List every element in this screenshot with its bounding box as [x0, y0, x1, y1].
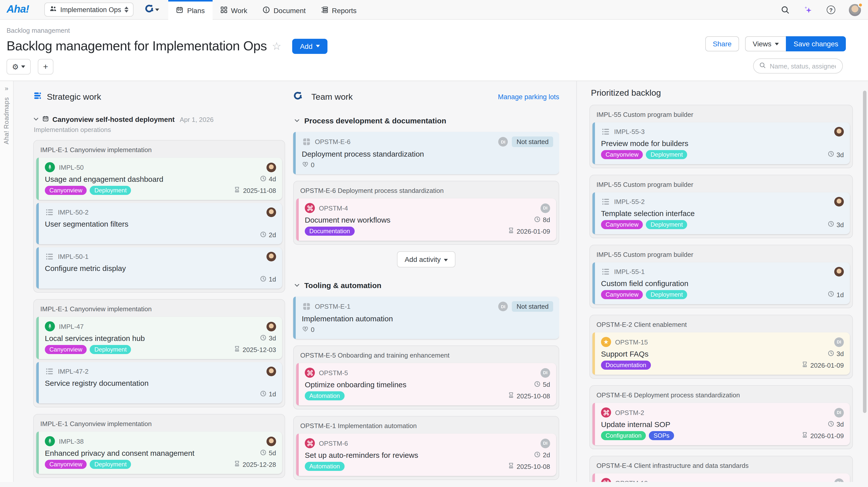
- duration-meta: 4d: [260, 175, 276, 183]
- sidebar-product-label: Aha! Roadmaps: [3, 97, 10, 144]
- clock-icon: [828, 420, 834, 428]
- scrollbar-thumb[interactable]: [863, 91, 867, 413]
- add-button[interactable]: Add: [292, 38, 328, 54]
- help-icon[interactable]: ?: [827, 5, 835, 14]
- feature-rocket-icon: [45, 162, 55, 172]
- tag-deployment: Deployment: [90, 186, 131, 195]
- card-title: Usage and engagement dashboard: [45, 175, 163, 183]
- section-heading[interactable]: Process development & documentation: [294, 116, 558, 125]
- card-tags: CanyonviewDeployment: [601, 290, 687, 299]
- views-button[interactable]: Views: [745, 36, 786, 52]
- group-header[interactable]: IMPL-E-1 Canyonview implementation: [36, 417, 282, 432]
- card-IMPL-50-2[interactable]: IMPL-50-2User segmentation filters2d: [36, 203, 282, 244]
- card-IMPL-47-2[interactable]: IMPL-47-2Service registry documentation1…: [36, 362, 282, 403]
- card-title-row: User segmentation filters: [45, 220, 276, 228]
- card-title-row: Preview mode for builders: [601, 139, 844, 148]
- group-header[interactable]: OPSTM-E-6 Deployment process standardiza…: [296, 184, 556, 198]
- clock-icon: [260, 449, 266, 457]
- add-panel-button[interactable]: +: [38, 59, 53, 74]
- card-OPSTM-4[interactable]: OPSTM-4DIDocument new workflows8dDocumen…: [296, 198, 556, 241]
- section-heading[interactable]: Tooling & automation: [294, 281, 558, 290]
- card-tags-row: CanyonviewDeployment3d: [601, 150, 844, 159]
- card-title: User segmentation filters: [45, 220, 128, 228]
- tab-reports[interactable]: Reports: [313, 0, 364, 19]
- card-OPSTM-E-6[interactable]: OPSTM-E-6DINot startedDeployment process…: [293, 132, 559, 174]
- card-IMPL-47[interactable]: IMPL-47Local services integration hub3dC…: [36, 317, 282, 359]
- tab-document[interactable]: Document: [255, 0, 313, 19]
- workspace-selector[interactable]: Implementation Ops: [44, 2, 134, 17]
- tab-work[interactable]: Work: [212, 0, 255, 19]
- due-date-meta: 2025-10-08: [507, 392, 550, 400]
- group-header[interactable]: IMPL-55 Custom program builder: [592, 248, 850, 262]
- search-icon[interactable]: [781, 5, 789, 14]
- card-IMPL-55-1[interactable]: IMPL-55-1Custom field configurationCanyo…: [592, 262, 850, 304]
- group-header[interactable]: OPSTM-E-6 Deployment process standardiza…: [592, 388, 850, 403]
- release-header: Canyonview self-hosted deployment Apr 1,…: [33, 115, 285, 133]
- add-activity-button[interactable]: Add activity: [397, 251, 455, 267]
- calendar-icon: [176, 6, 184, 15]
- meta-value: 1d: [269, 390, 276, 398]
- card-meta-row: 1d: [45, 275, 276, 284]
- card-IMPL-55-2[interactable]: IMPL-55-2Template selection interfaceCan…: [592, 192, 850, 234]
- settings-gear-button[interactable]: ⚙: [6, 59, 31, 74]
- meta-value: 2026-01-09: [517, 227, 550, 235]
- group-header[interactable]: IMPL-E-1 Canyonview implementation: [36, 143, 282, 158]
- card-IMPL-38[interactable]: IMPL-38Enhanced privacy and consent mana…: [36, 432, 282, 474]
- epic-icon: [302, 302, 311, 311]
- group-header[interactable]: OPSTM-E-4 Client infrastructure and data…: [592, 459, 850, 474]
- user-avatar[interactable]: [849, 4, 861, 16]
- card-IMPL-55-3[interactable]: IMPL-55-3Preview mode for buildersCanyon…: [592, 122, 850, 164]
- votes-count: 0: [311, 161, 314, 169]
- breadcrumb[interactable]: Backlog management: [0, 20, 868, 34]
- card-title-row: Implementation automation: [302, 314, 553, 323]
- workspace-sort-caret-icon: [125, 6, 129, 12]
- aha-logo[interactable]: Aha!: [6, 3, 29, 15]
- expand-sidebar-icon[interactable]: »: [5, 85, 8, 92]
- filter-search-input[interactable]: [769, 62, 837, 70]
- clock-icon: [828, 291, 834, 299]
- group-header[interactable]: OPSTM-E-2 Client enablement: [592, 318, 850, 332]
- product-switcher[interactable]: [145, 4, 159, 15]
- card-title: Update internal SOP: [601, 420, 670, 429]
- card-OPSTM-15[interactable]: ★OPSTM-15DISupport FAQs3dDocumentation20…: [592, 332, 850, 375]
- group-header[interactable]: IMPL-55 Custom program builder: [592, 108, 850, 122]
- page-title: Backlog management for Implementation Op…: [6, 38, 267, 54]
- card-OPSTM-2[interactable]: OPSTM-2DIUpdate internal SOP3dConfigurat…: [592, 403, 850, 445]
- assignee-avatar: DI: [834, 337, 844, 347]
- scrollbar[interactable]: [863, 81, 867, 482]
- card-title: Support FAQs: [601, 350, 648, 358]
- favorite-star-icon[interactable]: ☆: [272, 40, 281, 52]
- card-OPSTM-5[interactable]: OPSTM-5DIOptimize onboarding timelines5d…: [296, 363, 556, 405]
- add-activity-label: Add activity: [405, 255, 440, 263]
- group-header[interactable]: OPSTM-E-5 Onboarding and training enhanc…: [296, 349, 556, 363]
- gear-icon: ⚙: [12, 62, 19, 71]
- ai-sparkle-icon[interactable]: [803, 5, 813, 15]
- release-toggle[interactable]: Canyonview self-hosted deployment Apr 1,…: [33, 115, 285, 124]
- card-OPSTM-6[interactable]: OPSTM-6DISet up auto-reminders for revie…: [296, 433, 556, 476]
- card-title-row: Document new workflows8d: [305, 216, 550, 224]
- collapsed-sidebar[interactable]: » Aha! Roadmaps: [0, 81, 13, 482]
- assignee-avatar: [267, 436, 276, 446]
- share-button[interactable]: Share: [705, 36, 739, 52]
- clock-icon: [828, 151, 834, 159]
- card-OPSTM-E-1[interactable]: OPSTM-E-1DINot startedImplementation aut…: [293, 297, 559, 339]
- card-IMPL-50-1[interactable]: IMPL-50-1Configure metric display1d: [36, 247, 282, 289]
- card-tags: CanyonviewDeployment: [45, 460, 131, 469]
- presence-badge: [858, 2, 863, 7]
- group-header[interactable]: OPSTM-E-1 Implementation automation: [296, 419, 556, 433]
- card-OPSTM-19[interactable]: OPSTM-19DIReview VPN setup process for c…: [592, 474, 850, 482]
- tab-plans[interactable]: Plans: [168, 0, 212, 19]
- group-header[interactable]: IMPL-55 Custom program builder: [592, 178, 850, 192]
- section-heading-label: Process development & documentation: [304, 116, 446, 125]
- team-work-icon: [293, 91, 302, 103]
- card-IMPL-50[interactable]: IMPL-50Usage and engagement dashboard4dC…: [36, 158, 282, 200]
- app-root: Aha! Implementation Ops PlansWorkDocumen…: [0, 0, 868, 487]
- workspace-label: Implementation Ops: [60, 6, 121, 13]
- manage-parking-lots-link[interactable]: Manage parking lots: [498, 93, 559, 101]
- save-changes-button[interactable]: Save changes: [786, 36, 846, 52]
- due-date-meta: 2025-12-28: [234, 460, 276, 468]
- status-badge: Not started: [512, 136, 553, 147]
- duration-meta: 8d: [534, 216, 550, 224]
- card-id-row: IMPL-55-3: [601, 127, 844, 136]
- group-header[interactable]: IMPL-E-1 Canyonview implementation: [36, 302, 282, 317]
